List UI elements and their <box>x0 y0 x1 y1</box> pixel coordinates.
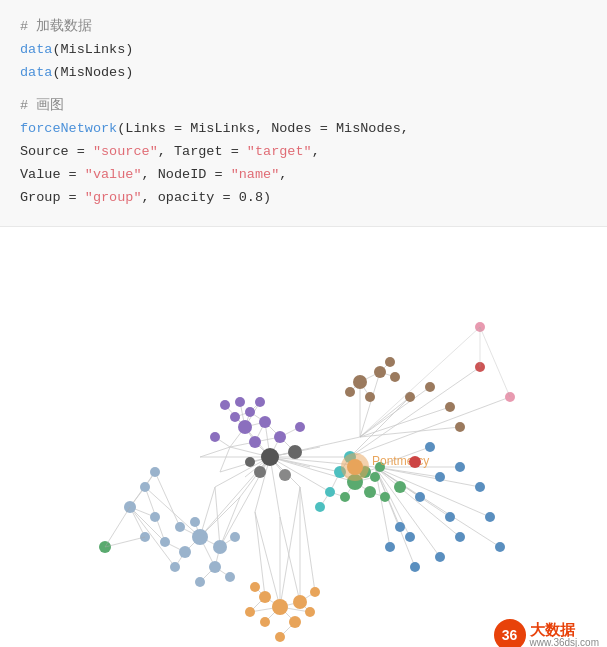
node-pontmercy <box>347 459 363 475</box>
node-center <box>261 448 279 466</box>
svg-point-138 <box>220 400 230 410</box>
watermark-logo: 36 <box>494 619 526 648</box>
svg-point-198 <box>445 402 455 412</box>
svg-point-133 <box>274 431 286 443</box>
code-line5: Value = "value", NodeID = "name", <box>20 164 587 187</box>
svg-point-199 <box>455 422 465 432</box>
code-line6: Group = "group", opacity = 0.8) <box>20 187 587 210</box>
svg-point-150 <box>230 532 240 542</box>
svg-point-176 <box>435 472 445 482</box>
svg-point-135 <box>230 412 240 422</box>
network-graph: Pontmercy <box>0 227 607 648</box>
svg-point-181 <box>485 512 495 522</box>
graph-area: Pontmercy <box>0 227 607 648</box>
svg-point-159 <box>245 607 255 617</box>
svg-point-136 <box>255 397 265 407</box>
svg-point-164 <box>364 486 376 498</box>
svg-point-162 <box>250 582 260 592</box>
svg-point-142 <box>254 466 266 478</box>
code-line2: data(MisNodes) <box>20 62 587 85</box>
svg-point-139 <box>295 422 305 432</box>
code-line3: forceNetwork(Links = MisLinks, Nodes = M… <box>20 118 587 141</box>
svg-point-134 <box>245 407 255 417</box>
watermark: 36 大数据 www.36dsj.com <box>494 619 599 648</box>
svg-point-205 <box>150 467 160 477</box>
svg-point-173 <box>325 487 335 497</box>
svg-point-146 <box>179 546 191 558</box>
svg-point-157 <box>289 616 301 628</box>
svg-point-187 <box>395 522 405 532</box>
svg-point-190 <box>374 366 386 378</box>
code-line-comment2: # 画图 <box>20 95 587 118</box>
svg-point-158 <box>260 617 270 627</box>
node-purple-1 <box>238 420 252 434</box>
svg-point-149 <box>175 522 185 532</box>
svg-point-192 <box>345 387 355 397</box>
svg-point-143 <box>279 469 291 481</box>
svg-point-193 <box>385 357 395 367</box>
node-blue-1 <box>192 529 208 545</box>
svg-point-170 <box>394 481 406 493</box>
code-line-comment1: # 加载数据 <box>20 16 587 39</box>
svg-point-174 <box>315 502 325 512</box>
svg-point-163 <box>275 632 285 642</box>
svg-point-167 <box>380 492 390 502</box>
svg-point-166 <box>340 492 350 502</box>
svg-point-175 <box>425 442 435 452</box>
svg-point-148 <box>190 517 200 527</box>
code-line1: data(MisLinks) <box>20 39 587 62</box>
svg-point-161 <box>310 587 320 597</box>
svg-point-140 <box>210 432 220 442</box>
svg-point-141 <box>288 445 302 459</box>
svg-point-178 <box>455 462 465 472</box>
svg-point-154 <box>195 577 205 587</box>
code-line4: Source = "source", Target = "target", <box>20 141 587 164</box>
svg-point-184 <box>435 552 445 562</box>
svg-point-202 <box>409 456 421 468</box>
svg-point-137 <box>235 397 245 407</box>
svg-point-179 <box>445 512 455 522</box>
svg-point-152 <box>160 537 170 547</box>
svg-rect-0 <box>0 227 607 648</box>
svg-point-155 <box>293 595 307 609</box>
svg-point-188 <box>405 532 415 542</box>
svg-point-183 <box>455 532 465 542</box>
code-block: # 加载数据 data(MisLinks) data(MisNodes) # 画… <box>0 0 607 227</box>
svg-point-147 <box>209 561 221 573</box>
svg-point-185 <box>410 562 420 572</box>
svg-point-144 <box>245 457 255 467</box>
svg-point-132 <box>259 416 271 428</box>
svg-point-196 <box>405 392 415 402</box>
svg-point-153 <box>225 572 235 582</box>
svg-point-206 <box>150 512 160 522</box>
svg-point-197 <box>425 382 435 392</box>
svg-point-145 <box>213 540 227 554</box>
svg-point-191 <box>365 392 375 402</box>
svg-point-180 <box>475 482 485 492</box>
svg-point-156 <box>259 591 271 603</box>
svg-point-177 <box>415 492 425 502</box>
svg-point-186 <box>385 542 395 552</box>
svg-point-182 <box>495 542 505 552</box>
svg-point-189 <box>353 375 367 389</box>
svg-point-160 <box>305 607 315 617</box>
svg-point-131 <box>249 436 261 448</box>
svg-point-151 <box>170 562 180 572</box>
svg-point-204 <box>140 482 150 492</box>
node-orange-1 <box>272 599 288 615</box>
svg-point-169 <box>370 472 380 482</box>
svg-point-194 <box>390 372 400 382</box>
